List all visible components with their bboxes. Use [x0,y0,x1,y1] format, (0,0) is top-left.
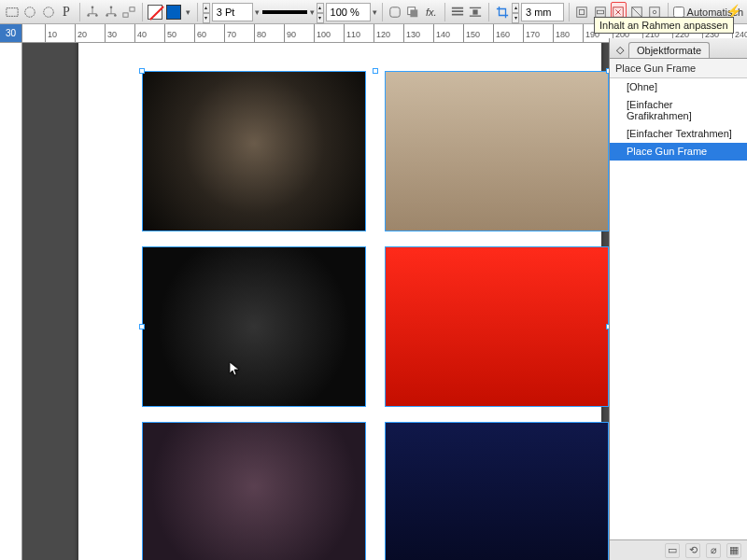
stroke-style-dropdown[interactable] [261,2,308,22]
clear-icon[interactable]: ⌀ [706,543,721,558]
object-style-item[interactable]: [Einfacher Textrahmen] [610,125,747,143]
dashed-circle-icon[interactable] [21,2,37,22]
svg-point-8 [114,14,117,17]
panel-header: Place Gun Frame [610,59,747,78]
folder-icon[interactable]: ▭ [665,543,680,558]
object-style-item[interactable]: Place Gun Frame [610,143,747,161]
image-frame[interactable] [385,71,609,231]
panel-tab-objektformate[interactable]: Objektformate [628,42,710,58]
svg-point-4 [87,14,90,17]
ruler-tick: 80 [254,24,266,42]
zoom-input[interactable] [326,3,371,21]
vertical-ruler[interactable] [0,43,22,560]
svg-point-2 [43,7,53,17]
svg-point-5 [95,14,98,17]
svg-rect-16 [452,13,463,15]
image-frame[interactable] [142,422,366,560]
separator [79,3,80,21]
panel-collapse-icon[interactable]: ◇ [613,41,627,58]
object-styles-panel: ◇ Objektformate Place Gun Frame [Ohne][E… [609,38,747,560]
placed-image [386,247,608,406]
dropdown-arrow-icon[interactable]: ▾ [310,7,315,17]
drop-shadow-icon[interactable] [405,2,421,22]
hierarchy1-icon[interactable] [84,2,100,22]
paragraph-icon[interactable]: P [58,2,74,22]
image-frame[interactable] [385,422,609,560]
separator [488,3,489,21]
ruler-tick: 160 [493,24,510,42]
corner-options-icon[interactable] [387,2,402,22]
document-page[interactable] [78,43,601,560]
svg-rect-0 [7,7,18,16]
svg-rect-14 [452,7,463,8]
object-style-item[interactable]: [Ohne] [610,78,747,96]
fill-swatch[interactable] [165,2,182,22]
separator [197,3,198,21]
svg-rect-17 [473,9,478,14]
fit-frame-icon[interactable] [574,2,590,22]
object-style-list: [Ohne][Einfacher Grafikrahmen][Einfacher… [610,78,747,539]
separator [569,3,570,21]
ungroup-icon[interactable] [120,2,136,22]
hierarchy2-icon[interactable] [103,2,119,22]
placed-image [386,72,608,231]
svg-rect-18 [470,7,481,7]
ruler-tick: 20 [75,24,87,42]
zoom-stepper[interactable]: ▴▾ [317,3,324,21]
ruler-tick: 90 [284,24,296,42]
separator [382,3,383,21]
ruler-tick: 50 [164,24,176,42]
placed-image [143,247,365,406]
stroke-weight-input[interactable] [212,3,253,21]
ruler-tick: 110 [344,24,360,42]
gap-stepper[interactable]: ▴▾ [512,3,519,21]
stroke-swatch[interactable] [147,2,163,22]
selection-handle[interactable] [139,324,145,329]
panel-tab-row: ◇ Objektformate [610,38,747,59]
object-style-item[interactable]: [Einfacher Grafikrahmen] [610,96,747,125]
selection-handle[interactable] [139,68,145,74]
gap-input[interactable] [521,3,564,21]
svg-point-27 [653,10,656,14]
effects-icon[interactable]: fx. [423,2,439,22]
ruler-tick: 170 [523,24,540,42]
ruler-tick: 150 [463,24,480,42]
dropdown-arrow-icon[interactable]: ▾ [373,7,377,17]
placed-image [143,423,365,560]
clear-override-icon[interactable]: ⟲ [685,543,700,558]
dashed-circle2-icon[interactable] [40,2,56,22]
ruler-tick: 40 [134,24,147,42]
wrap-none-icon[interactable] [449,2,465,22]
svg-rect-10 [130,7,134,10]
svg-rect-15 [452,10,463,12]
placed-image [386,423,608,560]
svg-rect-9 [123,12,128,16]
ruler-tick: 70 [224,24,236,42]
ruler-tick: 10 [45,24,57,42]
wrap-around-icon[interactable] [468,2,484,22]
dropdown-arrow-icon[interactable]: ▾ [186,7,190,17]
crop-icon[interactable] [494,2,510,22]
selection-handle[interactable] [373,68,378,74]
dropdown-arrow-icon[interactable]: ▾ [255,7,260,17]
ruler-tick: 30 [105,24,117,42]
image-frame[interactable] [385,246,609,407]
ruler-tick: 100 [314,24,331,42]
placed-image [143,72,365,231]
svg-rect-21 [580,9,585,14]
panel-footer: ▭ ⟲ ⌀ ▦ [610,539,747,560]
dashed-rect-icon[interactable] [4,2,20,22]
svg-rect-13 [411,9,418,17]
ruler-tick: 60 [194,24,206,42]
svg-point-1 [25,7,35,17]
new-style-icon[interactable]: ▦ [726,543,741,558]
svg-point-3 [92,6,94,8]
image-frame[interactable] [142,71,366,231]
svg-rect-26 [650,7,660,17]
weight-stepper[interactable]: ▴▾ [203,3,210,21]
ruler-origin-tab[interactable]: 30 [0,24,22,42]
svg-rect-23 [597,10,603,14]
image-frame[interactable] [142,246,366,407]
svg-rect-11 [390,7,401,17]
ruler-tick: 140 [433,24,450,42]
